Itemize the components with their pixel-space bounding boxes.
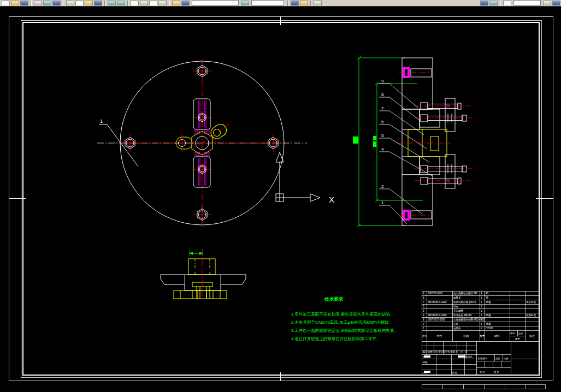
svg-text:HT200: HT200 [486,327,493,330]
bottom-view [161,249,246,301]
balloon-label: 8 [381,92,384,97]
tech-requirements-title: 技术要求 [324,296,344,302]
signature-mark [424,355,430,358]
tech-requirements: 技术要求 1.零件加工表面不应有划痕,擦伤等损伤零件表面的缺陷。 2.本夹具用于… [291,296,398,341]
stage-mark-label: 阶段标记 [478,357,488,360]
balloon-1: 1 [99,118,138,167]
svg-text:序号: 序号 [422,335,427,338]
svg-text:3: 3 [423,318,424,321]
socket-screw-bottom [399,210,434,221]
hex-bolt [264,134,282,152]
svg-text:重量: 重量 [515,337,520,340]
sheet-frame [9,16,553,389]
cad-window: 1 X [0,0,561,392]
balloon-label: 6 [381,120,384,124]
svg-text:1: 1 [481,301,482,304]
svg-text:夹具体: 夹具体 [453,327,461,330]
tech-requirement-item: 4.通过拧开铰链上的螺母拉开压板拆卸加工零件。 [291,336,381,341]
svg-text:备注: 备注 [529,334,535,337]
tech-requirement-item: 2.本夹具用于CA6140车床,加工φ40的孔和M5的内螺纹。 [291,320,393,325]
bom-headers: 序号 代号 名称 数量 材料 单件 总计 重量 备注 [422,332,535,340]
svg-text:45钢: 45钢 [486,313,491,317]
svg-text:钻套: 钻套 [453,305,459,308]
svg-text:1: 1 [481,327,482,330]
svg-text:GB/T6172-2000: GB/T6172-2000 [428,318,446,321]
svg-text:内六角圆柱头螺钉 M8: 内六角圆柱头螺钉 M8 [453,292,477,295]
svg-text:数量: 数量 [480,335,485,337]
tech-requirement-item: 3.工件以一面两销精密定位,采用回转式联动压板机构夹紧。 [291,328,398,333]
signature-mark [458,355,465,358]
svg-text:1: 1 [481,310,482,312]
balloon-label: 4 [381,147,384,152]
svg-text:2: 2 [423,323,424,325]
svg-text:总计: 总计 [518,332,523,335]
svg-text:45: 45 [486,292,489,295]
svg-text:1: 1 [481,323,482,325]
check-label: 审核 [423,361,428,364]
svg-text:45钢: 45钢 [486,322,491,325]
side-bolt [414,177,471,185]
svg-text:1: 1 [481,296,482,299]
svg-text:代号: 代号 [436,334,442,337]
dimension-inner [373,82,423,202]
drawing-canvas[interactable]: 1 X [0,0,561,392]
dimension-outer [353,56,405,227]
balloon-label: 5 [381,133,384,138]
standardization-label: 标准化 [465,355,473,359]
svg-text:开口垫圈: 开口垫圈 [453,309,463,312]
svg-text:1: 1 [481,314,482,317]
svg-text:1: 1 [423,327,424,330]
svg-text:快换钻套衬套 φ8×15: 快换钻套衬套 φ8×15 [453,300,476,304]
balloon-label: 7 [381,106,384,111]
sheets-total-label: 共 张 [480,371,485,373]
bom-table: 9GB/T70-2000内六角圆柱头螺钉 M8445 8垫圈 8145 7JB/… [422,291,539,341]
svg-text:7: 7 [423,301,424,304]
svg-text:移动压板 M8×60: 移动压板 M8×60 [453,313,472,317]
svg-text:8: 8 [423,296,424,299]
balloon-label: 1 [381,200,384,205]
side-bolt [414,103,471,110]
svg-text:材料: 材料 [494,334,500,338]
svg-text:4: 4 [481,292,482,295]
svg-text:JB/T8045.4-1999: JB/T8045.4-1999 [428,301,447,304]
svg-text:压板: 压板 [453,322,459,325]
balloon-label: 1 [100,118,103,124]
scale-label: 比例 [504,357,508,360]
svg-text:名称: 名称 [463,334,469,337]
hex-bolt [121,134,139,152]
balloon-label: 9 [381,79,384,84]
svg-text:6: 6 [423,305,424,308]
svg-text:GB/T70-2000: GB/T70-2000 [428,292,443,295]
tech-requirement-item: 1.零件加工表面不应有划痕,擦伤等损伤零件表面的缺陷。 [291,312,394,317]
ucs-x-label: X [329,195,334,204]
dimension-text-block [373,141,376,147]
svg-text:45钢: 45钢 [486,300,491,304]
svg-text:5: 5 [423,310,424,312]
svg-text:4: 4 [423,314,424,317]
section-balloons: 9 8 7 6 5 4 2 1 [379,79,432,224]
svg-text:1: 1 [481,305,482,308]
svg-text:垫圈 8: 垫圈 8 [453,296,460,299]
balloon-label: 2 [381,184,384,189]
socket-screw-top [399,67,434,78]
svg-text:9: 9 [423,292,424,295]
signature-mark [424,371,430,373]
svg-text:JB/T8045.1-1999: JB/T8045.1-1999 [428,314,447,317]
svg-text:淬火处理: 淬火处理 [526,300,536,304]
dimension-text-block [353,136,358,144]
svg-text:单件: 单件 [510,332,515,335]
weight-label: 重量 [495,357,500,360]
section-view: 9 8 7 6 5 4 2 1 [353,56,476,227]
title-block: 标记 处数 分区 更改文件号 签名 年、月、日 设计 标准化 审核 工艺 批准 … [422,341,539,375]
svg-text:45: 45 [486,296,489,299]
svg-text:发黑处理: 发黑处理 [526,313,536,317]
approve-label: 批准 [452,371,457,374]
revision-row-labels: 标记 处数 分区 更改文件号 签名 年、月、日 [423,351,467,354]
sheet-no-label: 第 张 [494,371,499,373]
dimension-text-block [373,136,376,140]
hex-bolt [193,62,211,80]
dimension-small [190,251,203,256]
hex-bolt [193,205,211,224]
front-view: 1 X [97,59,334,227]
ucs-icon: X [276,152,334,204]
